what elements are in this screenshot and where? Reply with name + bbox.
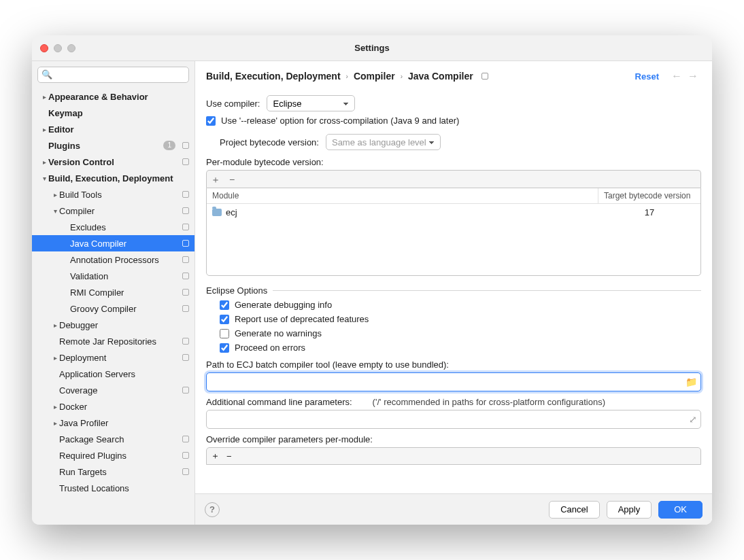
sidebar-item[interactable]: ▸Plugins1 — [32, 137, 195, 154]
no-warnings-label: Generate no warnings — [235, 328, 322, 338]
sidebar-item[interactable]: ▸RMI Compiler — [32, 284, 195, 300]
sidebar-item[interactable]: ▸Build Tools — [32, 186, 195, 203]
expand-icon[interactable]: ⤢ — [689, 414, 697, 425]
add-params-hint: ('/' recommended in paths for cross-plat… — [373, 397, 605, 407]
proceed-checkbox[interactable] — [220, 343, 229, 353]
project-scope-icon — [182, 289, 189, 296]
sidebar-item[interactable]: ▸Appearance & Behavior — [32, 88, 195, 105]
sidebar-item[interactable]: ▸Required Plugins — [32, 447, 195, 463]
breadcrumb-segment[interactable]: Build, Execution, Deployment — [206, 71, 341, 82]
remove-module-button[interactable]: − — [227, 175, 237, 184]
sidebar-item[interactable]: ▸Debugger — [32, 317, 195, 333]
ok-button[interactable]: OK — [658, 501, 703, 519]
sidebar-item[interactable]: ▸Coverage — [32, 382, 195, 398]
sidebar-item-label: Build, Execution, Deployment — [48, 173, 189, 183]
th-target: Target bytecode version — [598, 188, 700, 203]
sidebar-item[interactable]: ▸Java Profiler — [32, 415, 195, 431]
ecj-path-input[interactable] — [206, 372, 701, 391]
sidebar-item[interactable]: ▸Application Servers — [32, 366, 195, 382]
sidebar-item-label: Debugger — [59, 320, 189, 330]
settings-window: Settings 🔍 ▸Appearance & Behavior▸Keymap… — [32, 35, 712, 525]
project-bytecode-select[interactable]: Same as language level — [326, 134, 441, 150]
main-header: Build, Execution, Deployment › Compiler … — [195, 61, 712, 91]
proceed-label: Proceed on errors — [235, 343, 305, 353]
cancel-button[interactable]: Cancel — [549, 501, 599, 519]
settings-tree: ▸Appearance & Behavior▸Keymap▸Editor▸Plu… — [32, 88, 195, 525]
project-scope-icon — [182, 142, 189, 149]
per-module-label: Per-module bytecode version: — [206, 157, 701, 167]
help-button[interactable]: ? — [205, 502, 220, 517]
project-scope-icon — [182, 207, 189, 214]
sidebar-item[interactable]: ▸Editor — [32, 121, 195, 137]
sidebar-item-label: Annotation Processors — [70, 255, 180, 265]
sidebar-item-label: Compiler — [59, 206, 180, 216]
sidebar-item-label: RMI Compiler — [70, 287, 180, 298]
sidebar-item-label: Deployment — [59, 353, 180, 363]
chevron-right-icon: ▸ — [51, 419, 59, 427]
apply-button[interactable]: Apply — [607, 501, 652, 519]
use-compiler-label: Use compiler: — [206, 99, 260, 109]
eclipse-options-label: Eclipse Options — [206, 285, 267, 296]
chevron-right-icon: › — [346, 73, 348, 80]
add-params-input[interactable] — [206, 410, 701, 429]
sidebar-item-label: Groovy Compiler — [70, 304, 180, 314]
sidebar-item[interactable]: ▾Build, Execution, Deployment — [32, 170, 195, 186]
sidebar-item[interactable]: ▸Groovy Compiler — [32, 300, 195, 317]
sidebar-item-label: Remote Jar Repositories — [59, 336, 180, 347]
project-scope-icon — [182, 224, 189, 230]
chevron-right-icon: ▸ — [40, 93, 48, 101]
sidebar-item-label: Coverage — [59, 385, 180, 396]
sidebar-item[interactable]: ▸Excludes — [32, 219, 195, 235]
breadcrumb-segment[interactable]: Compiler — [354, 71, 395, 82]
sidebar-item[interactable]: ▸Validation — [32, 268, 195, 284]
sidebar-item[interactable]: ▸Run Targets — [32, 463, 195, 480]
add-override-button[interactable]: ＋ — [211, 450, 220, 462]
no-warnings-checkbox[interactable] — [220, 329, 229, 338]
zoom-window-icon[interactable] — [67, 44, 75, 52]
sidebar-item[interactable]: ▾Compiler — [32, 203, 195, 219]
sidebar-item[interactable]: ▸Trusted Locations — [32, 480, 195, 496]
content: Use compiler: Eclipse Use '--release' op… — [195, 91, 712, 493]
sidebar-item[interactable]: ▸Java Compiler — [32, 235, 195, 251]
ecj-path-label: Path to ECJ batch compiler tool (leave e… — [206, 360, 701, 370]
table-row[interactable]: ecj 17 — [207, 204, 700, 221]
chevron-right-icon: ▸ — [40, 126, 48, 133]
project-scope-icon — [182, 354, 189, 361]
chevron-right-icon: ▸ — [51, 403, 59, 410]
sidebar-item[interactable]: ▸Package Search — [32, 431, 195, 447]
search-input[interactable] — [37, 67, 189, 83]
gen-debug-label: Generate debugging info — [235, 300, 332, 310]
sidebar-item[interactable]: ▸Remote Jar Repositories — [32, 333, 195, 349]
sidebar-item[interactable]: ▸Annotation Processors — [32, 251, 195, 268]
sidebar-item[interactable]: ▸Version Control — [32, 154, 195, 170]
sidebar-item[interactable]: ▸Docker — [32, 398, 195, 415]
use-compiler-select[interactable]: Eclipse — [267, 95, 355, 111]
sidebar-item[interactable]: ▸Keymap — [32, 105, 195, 121]
remove-override-button[interactable]: − — [226, 451, 232, 461]
add-module-button[interactable]: ＋ — [211, 175, 220, 184]
project-scope-icon — [182, 338, 189, 345]
chevron-right-icon: ▸ — [40, 158, 48, 166]
minimize-window-icon[interactable] — [54, 44, 62, 52]
gen-debug-checkbox[interactable] — [220, 300, 229, 310]
close-window-icon[interactable] — [40, 44, 48, 52]
sidebar-item-label: Package Search — [59, 434, 180, 444]
forward-arrow-icon[interactable]: → — [685, 70, 701, 82]
project-scope-icon — [182, 387, 189, 393]
sidebar-item-label: Application Servers — [59, 369, 189, 379]
chevron-down-icon: ▾ — [51, 207, 59, 215]
reset-link[interactable]: Reset — [635, 71, 659, 82]
release-option-checkbox[interactable] — [206, 116, 216, 126]
sidebar-item[interactable]: ▸Deployment — [32, 349, 195, 366]
project-scope-icon — [182, 256, 189, 263]
project-scope-icon — [182, 436, 189, 442]
titlebar: Settings — [32, 35, 712, 61]
folder-browse-icon[interactable]: 📁 — [686, 377, 697, 387]
module-icon — [212, 209, 222, 216]
deprecated-checkbox[interactable] — [220, 315, 229, 324]
sidebar-item-label: Validation — [70, 271, 180, 281]
back-arrow-icon[interactable]: ← — [669, 70, 685, 82]
module-name: ecj — [226, 207, 237, 217]
sidebar-item-label: Editor — [48, 124, 189, 135]
sidebar-item-label: Trusted Locations — [59, 483, 189, 493]
